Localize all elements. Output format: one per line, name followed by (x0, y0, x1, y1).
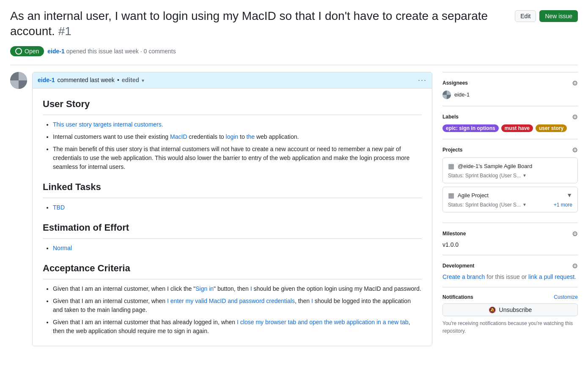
comment-author-link[interactable]: eide-1 (38, 77, 55, 83)
logged-link[interactable]: I (311, 298, 313, 304)
development-text: Create a branch for this issue or link a… (442, 273, 578, 280)
assignees-section: Assignees ⚙ eide-1 (442, 72, 578, 106)
assignee-avatar (442, 91, 451, 99)
list-item: Given that I am an internal customer, wh… (53, 297, 422, 314)
acceptance-heading: Acceptance Criteria (43, 263, 422, 274)
project2-expand-icon[interactable]: ▼ (566, 192, 572, 199)
author-link[interactable]: eide-1 (47, 48, 64, 55)
edited-text: edited ▼ (122, 77, 145, 83)
projects-title: Projects (442, 147, 462, 153)
milestone-header: Milestone ⚙ (442, 230, 578, 238)
labels-gear-icon[interactable]: ⚙ (572, 113, 578, 121)
project2-table-icon: ▦ (448, 191, 454, 199)
edit-button[interactable]: Edit (515, 10, 536, 22)
development-header: Development ⚙ (442, 262, 578, 270)
assignee-user: eide-1 (442, 91, 578, 99)
user-story-divider (43, 115, 422, 115)
enter-link[interactable]: I enter my valid MacID and password cred… (167, 298, 295, 304)
projects-header: Projects ⚙ (442, 146, 578, 154)
project1-name: @eide-1's Sample Agile Board (458, 163, 532, 169)
i-link[interactable]: I (250, 285, 252, 292)
macid-link1[interactable]: MacID (170, 133, 187, 140)
unsubscribe-button[interactable]: 🔕 Unsubscribe (442, 303, 578, 316)
list-item: This user story targets internal custome… (53, 120, 422, 129)
assignees-gear-icon[interactable]: ⚙ (572, 79, 578, 87)
project2-status: Status: Sprint Backlog (User S... ▼ (448, 202, 527, 208)
opened-when: opened this issue last week (66, 48, 139, 55)
label-epic[interactable]: epic: sign in options (442, 124, 499, 132)
label-user-story[interactable]: user story (536, 124, 567, 132)
comment-header: eide-1 commented last week • edited ▼ ··… (33, 72, 432, 88)
new-issue-button[interactable]: New issue (539, 10, 578, 22)
linked-tasks-heading: Linked Tasks (43, 182, 422, 193)
acceptance-divider (43, 279, 422, 279)
project1-dropdown[interactable]: ▼ (522, 173, 527, 178)
list-item: Internal customers want to use their exi… (53, 132, 422, 141)
avatar-q3 (10, 80, 19, 89)
link-pull-request[interactable]: link a pull request (528, 273, 574, 280)
the-link[interactable]: the (247, 133, 255, 140)
issue-title: As an internal user, I want to login usi… (10, 8, 508, 39)
header-divider (10, 65, 578, 65)
open-circle-icon (15, 48, 22, 55)
milestone-gear-icon[interactable]: ⚙ (572, 230, 578, 238)
tbd-link[interactable]: TBD (53, 204, 65, 211)
assignees-title: Assignees (442, 80, 468, 86)
project1-status-text: Status: Sprint Backlog (User S... (448, 173, 521, 179)
assignees-header: Assignees ⚙ (442, 79, 578, 87)
notifications-section: Notifications Customize 🔕 Unsubscribe Yo… (442, 287, 578, 342)
project2-status-row: Status: Sprint Backlog (User S... ▼ +1 m… (448, 202, 572, 208)
assignee-link[interactable]: eide-1 (454, 91, 470, 98)
list-item: The main benefit of this user story is t… (53, 145, 422, 171)
notifications-title: Notifications (442, 294, 473, 300)
milestone-section: Milestone ⚙ v1.0.0 (442, 223, 578, 255)
project1-header: ▦ @eide-1's Sample Agile Board (448, 162, 572, 170)
status-text: Open (25, 48, 39, 55)
sidebar: Assignees ⚙ eide-1 Labels (442, 72, 578, 346)
project1-header-left: ▦ @eide-1's Sample Agile Board (448, 162, 532, 170)
avatar (10, 72, 27, 89)
normal-link[interactable]: Normal (53, 245, 72, 251)
create-branch-link[interactable]: Create a branch (442, 273, 485, 280)
sign-in-link[interactable]: Sign in (195, 285, 214, 292)
project2-dropdown[interactable]: ▼ (522, 202, 527, 207)
comment-more-options[interactable]: ··· (418, 76, 427, 85)
list-item: Normal (53, 244, 422, 253)
sa-q2 (447, 91, 451, 95)
labels-title: Labels (442, 114, 459, 120)
sa-q3 (442, 95, 447, 99)
development-gear-icon[interactable]: ⚙ (572, 262, 578, 270)
user-story-list: This user story targets internal custome… (43, 120, 422, 171)
comment-box: eide-1 commented last week • edited ▼ ··… (32, 72, 432, 346)
comment-wrapper: eide-1 commented last week • edited ▼ ··… (10, 72, 432, 346)
project-card-2: ▦ Agile Project ▼ Status: Sprint Backlog… (442, 187, 578, 212)
comments-count: 0 comments (144, 48, 176, 55)
main-layout: eide-1 commented last week • edited ▼ ··… (10, 72, 578, 346)
labels-container: epic: sign in options must have user sto… (442, 124, 578, 132)
project1-status: Status: Sprint Backlog (User S... ▼ (448, 173, 527, 179)
issue-opened-by: eide-1 opened this issue last week · 0 c… (47, 48, 176, 55)
bell-slash-icon: 🔕 (489, 306, 496, 313)
project2-header: ▦ Agile Project ▼ (448, 191, 572, 199)
label-must-have[interactable]: must have (501, 124, 533, 132)
avatar-q2 (19, 72, 27, 80)
projects-gear-icon[interactable]: ⚙ (572, 146, 578, 154)
linked-tasks-list: TBD (43, 203, 422, 212)
login-link[interactable]: login (226, 133, 239, 140)
project2-plus-more[interactable]: +1 more (554, 202, 572, 208)
close-link[interactable]: I close my browser tab and open the web … (237, 319, 408, 325)
avatar-q1 (10, 72, 19, 80)
comment-time: commented last week (57, 77, 114, 83)
development-section: Development ⚙ Create a branch for this i… (442, 255, 578, 287)
dropdown-arrow[interactable]: ▼ (141, 78, 145, 83)
estimation-list: Normal (43, 244, 422, 253)
content-area: eide-1 commented last week • edited ▼ ··… (10, 72, 432, 346)
edited-link[interactable]: edited (122, 77, 139, 83)
development-title: Development (442, 263, 474, 269)
issue-title-text: As an internal user, I want to login usi… (10, 9, 488, 38)
projects-section: Projects ⚙ ▦ @eide-1's Sample Agile Boar… (442, 139, 578, 223)
issue-meta: Open eide-1 opened this issue last week … (10, 46, 578, 56)
notifications-note: You're receiving notifications because y… (442, 320, 578, 335)
customize-link[interactable]: Customize (554, 294, 578, 300)
avatar-q4 (19, 80, 27, 89)
